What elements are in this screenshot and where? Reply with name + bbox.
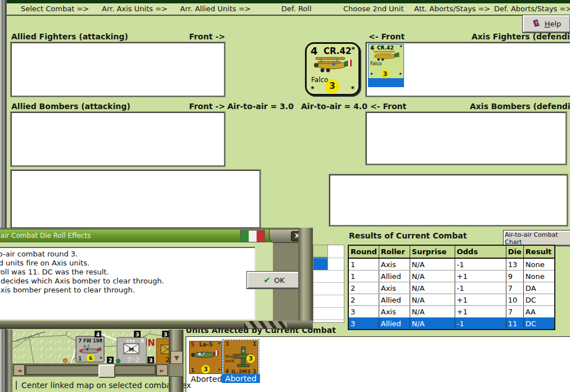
obscured-row-line xyxy=(313,295,344,295)
obscured-row-line xyxy=(313,282,344,283)
allied-lower-list[interactable] xyxy=(11,170,261,228)
svg-text:7: 7 xyxy=(78,338,82,344)
table-row[interactable]: 2AlliedN/A+110DC xyxy=(348,294,555,306)
table-row[interactable]: 3AxisN/A+17AA xyxy=(348,306,555,318)
table-cell: None xyxy=(523,271,555,282)
table-cell: N/A xyxy=(410,282,455,294)
table-cell: -1 xyxy=(455,258,506,271)
counter-attack-value: 5 xyxy=(191,341,195,348)
table-cell: Allied xyxy=(379,294,410,306)
menu-att-aborts-stays[interactable]: Att. Aborts/Stays => xyxy=(414,4,491,13)
dialog-text-line: Axis decides which Axis bomber to clear … xyxy=(0,277,252,286)
scroll-left-arrow[interactable]: ◄ xyxy=(14,364,25,376)
table-row[interactable]: 1AlliedN/A+19None xyxy=(348,271,555,282)
biplane-icon xyxy=(311,54,354,76)
allied-fighters-list[interactable] xyxy=(11,42,225,97)
help-book-icon: ? xyxy=(532,19,541,29)
scrollbar-track[interactable] xyxy=(26,366,155,375)
counter-label: Falco xyxy=(370,61,382,66)
column-header[interactable]: Die xyxy=(506,245,523,258)
counter-strength-badge: 3 xyxy=(325,79,339,93)
ok-button[interactable]: ✔ OK xyxy=(247,272,301,289)
menu-select-combat[interactable]: Select Combat => xyxy=(21,4,89,13)
axis-bombers-list[interactable] xyxy=(366,112,567,165)
counter-star: * xyxy=(400,44,402,50)
counter-strength-badge: 3 xyxy=(201,365,210,373)
results-table: RoundRollerSurpriseOddsDieResult 1AxisN/… xyxy=(348,245,555,330)
unit-counter-il2m3[interactable]: 3 1 Sturm- ovik 3 4 IL-2M3 1 xyxy=(223,340,258,375)
map-window-left-frame xyxy=(7,330,12,392)
svg-text:6: 6 xyxy=(89,355,92,361)
table-cell: 3 xyxy=(348,306,379,318)
counter-star: * xyxy=(311,84,315,93)
axis-lower-list[interactable] xyxy=(329,174,568,226)
allied-bombers-list[interactable] xyxy=(11,112,225,166)
air-to-air-attacker-value: Air-to-air = 3.0 xyxy=(227,102,294,111)
map-counter-army[interactable]: XXX R M 7-2 xyxy=(117,337,146,363)
table-cell: Axis xyxy=(379,258,410,271)
svg-text:A-2: A-2 xyxy=(83,344,90,349)
scroll-right-arrow[interactable]: ► xyxy=(156,364,168,376)
dialog-title: Air-to-air Combat Die Roll Effects xyxy=(0,232,91,240)
table-cell: Axis xyxy=(379,306,410,318)
map-scrollbar-corner xyxy=(169,363,183,377)
dialog-text-line: Die roll was 11. DC was the result. xyxy=(0,268,252,277)
table-row[interactable]: 2AxisN/A-17DA xyxy=(348,282,555,294)
counter-star: * xyxy=(218,368,221,373)
table-cell: +1 xyxy=(455,271,506,282)
dialog-content: Air-to-air combat round 3.Allied units f… xyxy=(0,242,273,321)
table-cell: None xyxy=(523,258,555,271)
counter-star: * xyxy=(351,45,355,53)
column-header[interactable]: Odds xyxy=(455,245,506,258)
table-cell: 1 xyxy=(348,258,379,271)
svg-text:3: 3 xyxy=(164,332,167,337)
table-row[interactable]: 3AlliedN/A-111DC xyxy=(348,318,555,330)
column-header[interactable]: Round xyxy=(348,245,379,258)
dialog-text-line: No Axis bomber present to clear through. xyxy=(0,286,252,295)
counter-name: La-5 xyxy=(199,341,213,348)
center-map-checkbox[interactable] xyxy=(16,381,17,390)
combat-map[interactable]: AIN 7 FW 190 * A-2 1 6 * XXX R xyxy=(12,331,169,363)
obscured-row-line xyxy=(313,258,344,258)
results-heading: Results of Current Combat xyxy=(349,231,467,240)
map-counter-division[interactable]: XX 2-5 xyxy=(156,339,169,363)
map-counter-fw190[interactable]: 7 FW 190 * A-2 1 6 * xyxy=(76,336,104,362)
unit-counter-cr42[interactable]: 4 CR.42 * Falco * 3 * xyxy=(305,42,360,96)
menu-arr-axis-units[interactable]: Arr. Axis Units => xyxy=(102,4,168,13)
unit-counter-la5[interactable]: 5 La-5 * 1 3 * xyxy=(189,341,222,374)
italian-flag-icon xyxy=(240,230,265,242)
units-affected-panel[interactable]: 5 La-5 * 1 3 * Aborted 3 1 Sturm- ovik xyxy=(186,336,570,392)
front-marker-axis-fighters: <- Front xyxy=(369,32,405,41)
svg-text:R: R xyxy=(141,339,144,344)
checkbox-row: Center linked map on selected combat hex xyxy=(8,378,188,392)
allied-fighters-label: Allied Fighters (attacking) xyxy=(11,32,128,41)
menu-def-aborts-stays[interactable]: Def. Aborts/Stays => xyxy=(494,4,570,13)
table-cell: +1 xyxy=(455,306,506,318)
svg-text:*: * xyxy=(100,338,102,344)
table-cell: DA xyxy=(523,282,555,294)
dialog-title-bar[interactable]: Air-to-air Combat Die Roll Effects X xyxy=(0,229,301,243)
menu-bar: Select Combat => Arr. Axis Units => Arr.… xyxy=(7,3,570,16)
table-cell: 1 xyxy=(348,271,379,282)
unit-counter-cr42-small[interactable]: 4 CR.42 * Falco * 3 * xyxy=(368,44,404,79)
column-header[interactable]: Roller xyxy=(379,245,410,258)
air-to-air-defender-value: Air-to-air = 4.0 xyxy=(301,102,367,111)
map-horizontal-scrollbar[interactable]: ◄ ► xyxy=(12,363,169,377)
table-cell: N/A xyxy=(410,306,455,318)
help-button[interactable]: ? Help xyxy=(523,15,570,33)
air-to-air-combat-chart-button[interactable]: Air-to-air Combat Chart xyxy=(504,231,570,246)
help-label: Help xyxy=(545,20,562,28)
menu-choose-2nd-unit[interactable]: Choose 2nd Unit xyxy=(343,4,404,13)
menu-def-roll[interactable]: Def. Roll xyxy=(281,4,312,13)
menu-arr-allied-units[interactable]: Arr. Allied Units => xyxy=(180,4,251,13)
column-header[interactable]: Result xyxy=(523,245,555,258)
scrollbar-thumb[interactable] xyxy=(98,364,115,378)
obscured-list-strip xyxy=(313,245,344,323)
table-cell: 7 xyxy=(506,306,523,318)
table-row[interactable]: 1AxisN/A-113None xyxy=(348,258,555,271)
obscured-header-cell xyxy=(313,245,328,258)
dialog-text-line: Allied units fire on Axis units. xyxy=(0,259,252,268)
allied-bombers-label: Allied Bombers (attacking) xyxy=(11,102,131,111)
svg-text:3: 3 xyxy=(136,332,139,337)
column-header[interactable]: Surprise xyxy=(410,245,455,258)
